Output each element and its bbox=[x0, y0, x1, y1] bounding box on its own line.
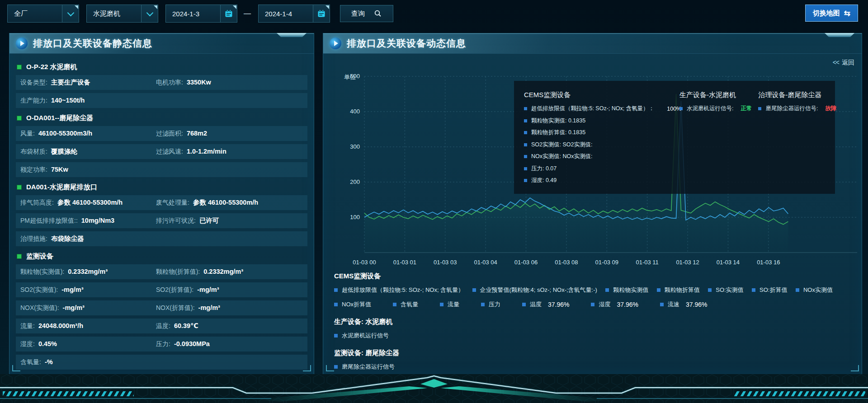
svg-text:200: 200 bbox=[350, 178, 360, 185]
section-header: 监测设备 bbox=[17, 249, 307, 263]
field: 风量:46100-55300m3/h bbox=[20, 129, 156, 138]
field: 湿度:0.45% bbox=[20, 340, 156, 348]
field: 治理措施:布袋除尘器 bbox=[20, 234, 156, 243]
tooltip-treatment-column: 治理设备-磨尾除尘器 磨尾除尘器运行信号: 故障 bbox=[758, 88, 836, 187]
legend-item[interactable]: 流速37.96% bbox=[660, 300, 707, 309]
legend-bullet-icon bbox=[605, 288, 609, 292]
field: 布袋材质:覆膜涤纶 bbox=[20, 147, 156, 156]
section-bullet-icon bbox=[17, 116, 22, 121]
legend-item[interactable]: SO:折算值 bbox=[752, 286, 787, 294]
tooltip-treatment-items: 磨尾除尘器运行信号: 故障 bbox=[758, 105, 836, 112]
dashboard-page: 全厂 水泥磨机 2024-1-3 — 2024-1-4 bbox=[0, 0, 868, 403]
legend-row-1: 超低排放限值（颗拉物:5: SOz-; NOx; 含氧量） 企业预警值(颗粒物:… bbox=[334, 286, 851, 294]
device-select-dropdown-box[interactable] bbox=[141, 5, 158, 22]
date-end-icon-box[interactable] bbox=[313, 5, 330, 22]
section-title: O-DA001--磨尾除尘器 bbox=[26, 114, 93, 122]
bullet-icon bbox=[758, 107, 761, 110]
svg-text:01-03 06: 01-03 06 bbox=[514, 259, 538, 266]
legend-bullet-icon bbox=[472, 288, 476, 292]
info-row: PM超低排排放限值::10mg/Nm3 排污许可状况:已许可 bbox=[16, 213, 307, 228]
back-arrows-icon: << bbox=[833, 59, 839, 66]
section-bullet-icon bbox=[17, 65, 22, 70]
legend-item[interactable]: 湿度37.96% bbox=[591, 300, 638, 309]
svg-text:01-03 11: 01-03 11 bbox=[636, 259, 658, 266]
bullet-icon bbox=[524, 107, 527, 110]
tooltip-cems-items: 超低排放限值（颗拉物:5: SOz-; NOx; 含氧量）： 100% 颗粒物实… bbox=[524, 105, 673, 184]
info-row: NOX(实测值):-mg/m³ NOX(折算值):-mg/m³ bbox=[16, 300, 307, 315]
legend-item[interactable]: 企业预警值(颗粒物:4; sOz-; NOx-;含氧气量:-) bbox=[472, 286, 597, 294]
section-header: DA001-水泥磨尾排放口 bbox=[17, 180, 307, 194]
date-end-picker[interactable]: 2024-1-4 bbox=[258, 5, 330, 23]
section-title: DA001-水泥磨尾排放口 bbox=[26, 183, 97, 192]
plant-select-dropdown-box[interactable] bbox=[62, 5, 79, 22]
legend-item[interactable]: 水泥磨机运行信号 bbox=[334, 332, 389, 340]
legend-item[interactable]: 压力 bbox=[481, 300, 500, 309]
legend-item[interactable]: 含氧量 bbox=[393, 300, 418, 309]
legend-item[interactable]: SO:实测值 bbox=[708, 286, 743, 294]
tooltip-cems-title: CEMS监测设备 bbox=[524, 91, 673, 99]
section-rows: 风量:46100-55300m3/h 过滤面积:768m2 布袋材质:覆膜涤纶 … bbox=[16, 126, 307, 177]
plant-select[interactable]: 全厂 bbox=[7, 5, 79, 23]
query-button[interactable]: 查询 bbox=[340, 5, 393, 22]
date-start-picker[interactable]: 2024-1-3 bbox=[165, 5, 237, 23]
field: 颗粒物(实测值):0.2332mg/m³ bbox=[20, 267, 156, 276]
info-group-outlet: DA001-水泥磨尾排放口 排气筒高度:参数 46100-55300m/h 废气… bbox=[16, 180, 307, 246]
info-group-dust-collector: O-DA001--磨尾除尘器 风量:46100-55300m3/h 过滤面积:7… bbox=[16, 111, 307, 177]
section-title: O-P-22 水泥磨机 bbox=[26, 63, 77, 71]
tooltip-item: 颗粒物折算值: 0.1835 bbox=[524, 129, 673, 136]
svg-text:01-03 03: 01-03 03 bbox=[434, 259, 457, 266]
svg-text:01-03 12: 01-03 12 bbox=[676, 259, 699, 266]
bullet-icon bbox=[524, 131, 527, 134]
legend-item[interactable]: 超低排放限值（颗拉物:5: SOz-; NOx; 含氧量） bbox=[334, 286, 464, 294]
legend-bullet-icon bbox=[334, 334, 338, 337]
svg-text:100: 100 bbox=[350, 214, 360, 220]
info-row: 风量:46100-55300m3/h 过滤面积:768m2 bbox=[16, 126, 307, 141]
bottom-tech-border bbox=[0, 374, 868, 403]
bullet-icon bbox=[524, 119, 527, 122]
field: 含氧量:-% bbox=[20, 358, 156, 366]
tooltip-cems-column: CEMS监测设备 超低排放限值（颗拉物:5: SOz-; NOx; 含氧量）： … bbox=[524, 88, 673, 187]
legend-bullet-icon bbox=[796, 288, 799, 292]
chevron-down-icon bbox=[146, 9, 153, 16]
bullet-icon bbox=[524, 155, 527, 158]
legend-item[interactable]: NOx实测值 bbox=[796, 286, 833, 294]
info-row: 湿度:0.45% 压力:-0.0930MPa bbox=[16, 337, 307, 351]
date-start-icon-box[interactable] bbox=[220, 5, 237, 22]
back-label: 返回 bbox=[842, 59, 854, 66]
legend-item[interactable]: 流量 bbox=[440, 300, 459, 309]
legend-item[interactable]: 颗粒物折算值 bbox=[657, 286, 700, 294]
svg-text:01-03 08: 01-03 08 bbox=[555, 259, 578, 266]
section-rows: 排气筒高度:参数 46100-55300m/h 废气处理量:参数 46100-5… bbox=[16, 195, 307, 246]
legend-bullet-icon bbox=[481, 303, 485, 306]
bullet-icon bbox=[524, 143, 527, 146]
back-button[interactable]: <<返回 bbox=[833, 59, 854, 67]
search-icon bbox=[374, 9, 382, 18]
calendar-icon bbox=[317, 9, 326, 18]
bullet-icon bbox=[524, 167, 527, 170]
svg-text:400: 400 bbox=[350, 108, 360, 115]
static-panel-title: 排放口及关联设备静态信息 bbox=[33, 37, 152, 50]
info-row: 含氧量:-% bbox=[16, 355, 307, 370]
date-range-separator: — bbox=[244, 9, 251, 18]
info-row: 设备类型:主要生产设备 电机功率:3350Kw bbox=[16, 75, 307, 90]
tooltip-item: 超低排放限值（颗拉物:5: SOz-; NOx; 含氧量）： 100% bbox=[524, 105, 673, 112]
static-panel-header: 排放口及关联设备静态信息 bbox=[9, 33, 314, 54]
info-row: 颗粒物(实测值):0.2332mg/m³ 颗粒物(折算值):0.2332mg/m… bbox=[16, 264, 307, 279]
legend-item[interactable]: NOx折算值 bbox=[334, 300, 371, 309]
section-bullet-icon bbox=[17, 254, 22, 259]
tooltip-item: NOx实测值: NOx实测值: bbox=[524, 153, 673, 160]
play-icon bbox=[330, 37, 341, 49]
info-row: 生产能力:140~150t/h bbox=[16, 93, 307, 108]
legend-bullet-icon bbox=[334, 288, 338, 292]
switch-map-button[interactable]: 切换地图 ⇆ bbox=[805, 5, 858, 22]
tooltip-item: 压力: 0.07 bbox=[524, 165, 673, 173]
tooltip-item: 水泥磨机运行信号: 正常 bbox=[679, 105, 752, 112]
legend-bullet-icon bbox=[393, 303, 396, 306]
field: SO2(实测值):-mg/m³ bbox=[20, 286, 156, 294]
calendar-icon bbox=[225, 9, 233, 18]
legend-item[interactable]: 温度37.96% bbox=[522, 300, 569, 309]
device-select[interactable]: 水泥磨机 bbox=[86, 5, 158, 23]
svg-text:01-03 16: 01-03 16 bbox=[757, 259, 780, 266]
legend-item[interactable]: 颗粒物实测值 bbox=[605, 286, 648, 294]
legend-item[interactable]: 磨尾除尘器运行信号 bbox=[334, 363, 395, 371]
